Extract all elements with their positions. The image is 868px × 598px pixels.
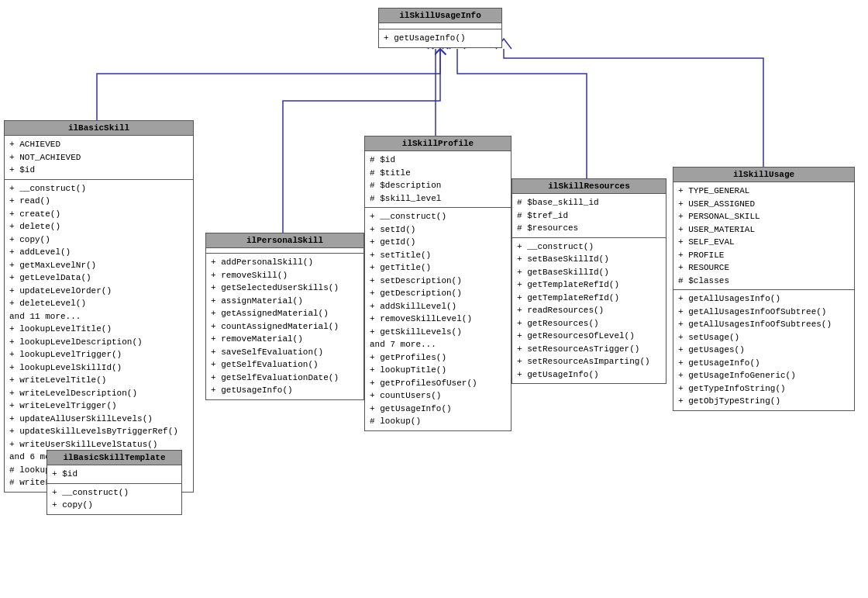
class-ilSkillProfile: ilSkillProfile # $id # $title # $descrip… — [364, 136, 512, 431]
class-methods-ilSkillProfile: + __construct() + setId() + getId() + se… — [365, 208, 511, 430]
class-fields-ilSkillResources: # $base_skill_id # $tref_id # $resources — [512, 194, 666, 238]
class-header-ilPersonalSkill: ilPersonalSkill — [206, 233, 363, 248]
class-ilSkillResources: ilSkillResources # $base_skill_id # $tre… — [512, 178, 666, 384]
class-header-ilSkillProfile: ilSkillProfile — [365, 137, 511, 151]
class-ilBasicSkillTemplate: ilBasicSkillTemplate + $id + __construct… — [46, 450, 182, 515]
class-ilBasicSkill: ilBasicSkill + ACHIEVED + NOT_ACHIEVED +… — [4, 120, 194, 493]
class-fields-ilPersonalSkill — [206, 248, 363, 254]
class-fields-ilBasicSkill: + ACHIEVED + NOT_ACHIEVED + $id — [5, 136, 193, 180]
class-methods-ilSkillUsage: + getAllUsagesInfo() + getAllUsagesInfoO… — [673, 290, 854, 410]
class-methods-ilSkillUsageInfo: + getUsageInfo() — [379, 29, 501, 47]
class-fields-ilSkillUsage: + TYPE_GENERAL + USER_ASSIGNED + PERSONA… — [673, 182, 854, 290]
diagram-container: ilSkillUsageInfo + getUsageInfo() ilBasi… — [0, 0, 868, 598]
class-ilSkillUsage: ilSkillUsage + TYPE_GENERAL + USER_ASSIG… — [673, 167, 855, 411]
class-header-ilSkillResources: ilSkillResources — [512, 179, 666, 194]
class-fields-ilSkillProfile: # $id # $title # $description # $skill_l… — [365, 151, 511, 208]
class-header-ilBasicSkill: ilBasicSkill — [5, 121, 193, 136]
class-methods-ilSkillResources: + __construct() + setBaseSkillId() + get… — [512, 238, 666, 384]
class-section-empty — [379, 23, 501, 29]
class-methods-ilBasicSkill: + __construct() + read() + create() + de… — [5, 180, 193, 492]
class-ilSkillUsageInfo: ilSkillUsageInfo + getUsageInfo() — [378, 8, 502, 48]
class-ilPersonalSkill: ilPersonalSkill + addPersonalSkill() + r… — [205, 233, 364, 400]
class-methods-ilBasicSkillTemplate: + __construct() + copy() — [47, 484, 181, 514]
class-fields-ilBasicSkillTemplate: + $id — [47, 465, 181, 484]
class-header-ilSkillUsage: ilSkillUsage — [673, 168, 854, 182]
class-header-ilSkillUsageInfo: ilSkillUsageInfo — [379, 9, 501, 23]
class-header-ilBasicSkillTemplate: ilBasicSkillTemplate — [47, 451, 181, 465]
class-methods-ilPersonalSkill: + addPersonalSkill() + removeSkill() + g… — [206, 254, 363, 399]
